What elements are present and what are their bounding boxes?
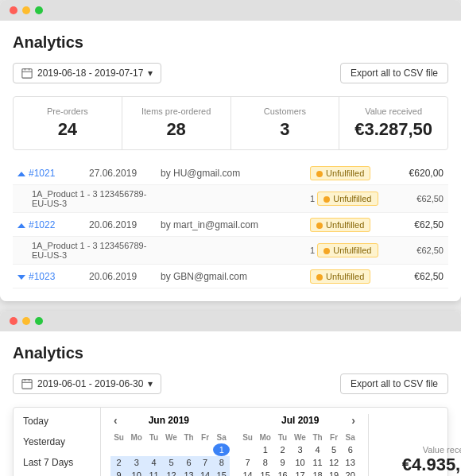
minimize-button-2[interactable] — [22, 317, 30, 325]
calendar-day[interactable]: 15 — [256, 469, 274, 476]
items-stat: Items pre-ordered 28 — [122, 97, 231, 149]
title-bar-top — [0, 0, 461, 21]
maximize-button-2[interactable] — [35, 317, 43, 325]
date-range-button-bottom[interactable]: 2019-06-01 - 2019-06-30 ▾ — [13, 373, 161, 394]
sub-item-amount: €62,50 — [416, 246, 444, 255]
calendar-day[interactable]: 9 — [274, 456, 291, 469]
minimize-button[interactable] — [22, 6, 30, 14]
close-button[interactable] — [10, 6, 17, 14]
status-badge: Unfulfilled — [310, 166, 370, 180]
sub-status-badge: Unfulfilled — [317, 243, 378, 257]
calendar-day[interactable]: 12 — [162, 469, 180, 476]
prev-month-button[interactable]: ‹ — [110, 414, 121, 427]
sub-status-badge: Unfulfilled — [317, 192, 378, 206]
order-date: 20.06.2019 — [89, 219, 137, 230]
preset-item[interactable]: Today — [14, 411, 100, 431]
page-title-bottom: Analytics — [13, 344, 448, 362]
customers-stat: Customers 3 — [231, 97, 340, 149]
calendar-day[interactable]: 14 — [239, 469, 256, 476]
preset-item[interactable]: Yesterday — [14, 431, 100, 452]
calendar-day[interactable]: 18 — [309, 469, 326, 476]
calendar-day[interactable]: 9 — [110, 469, 127, 476]
list-item: 1A_Product 1 - 3 123456789-EU-US-3 1 Unf… — [13, 237, 448, 265]
order-id[interactable]: #1023 — [17, 271, 55, 282]
value-label: Value received — [352, 106, 435, 116]
order-id[interactable]: #1022 — [17, 219, 55, 230]
calendar-day[interactable]: 8 — [213, 456, 230, 469]
calendar-day — [197, 443, 214, 456]
calendar-day[interactable]: 20 — [342, 469, 358, 476]
pre-orders-stat: Pre-orders 24 — [14, 97, 122, 149]
calendar-day[interactable]: 19 — [326, 469, 343, 476]
next-month-button[interactable]: › — [348, 414, 358, 427]
calendar-day-header: Fr — [326, 431, 343, 443]
calendar-day[interactable]: 2 — [110, 456, 127, 469]
badge-dot-icon-sub — [323, 248, 330, 254]
calendar-day[interactable]: 1 — [213, 443, 230, 456]
toolbar-top: 2019-06-18 - 2019-07-17 ▾ Export all to … — [13, 63, 448, 83]
calendar-day[interactable]: 7 — [239, 456, 256, 469]
calendar-day[interactable]: 10 — [291, 456, 309, 469]
badge-dot-icon — [316, 223, 323, 229]
calendar-day-header: We — [162, 431, 180, 443]
preset-list: TodayYesterdayLast 7 DaysLast 30 DaysThi… — [14, 408, 101, 476]
june-calendar: ‹ Jun 2019 SuMoTuWeThFrSa123456789101112… — [110, 414, 230, 476]
table-row[interactable]: #1022 20.06.2019 by mart_in@gmail.com Un… — [13, 213, 448, 237]
table-row[interactable]: #1021 27.06.2019 by HU@gmail.com Unfulfi… — [13, 161, 448, 185]
calendar-day[interactable]: 17 — [291, 469, 309, 476]
calendar-day[interactable]: 13 — [180, 469, 197, 476]
svg-rect-4 — [22, 380, 32, 389]
calendar-day[interactable]: 6 — [180, 456, 197, 469]
calendar-dropdown: TodayYesterdayLast 7 DaysLast 30 DaysThi… — [13, 407, 448, 476]
customers-label: Customers — [244, 106, 327, 116]
calendar-day[interactable]: 12 — [326, 456, 343, 469]
calendars-area: ‹ Jun 2019 SuMoTuWeThFrSa123456789101112… — [101, 408, 461, 476]
status-badge: Unfulfilled — [310, 218, 370, 232]
calendar-day[interactable]: 5 — [162, 456, 180, 469]
calendar-day[interactable]: 4 — [309, 443, 326, 456]
maximize-button[interactable] — [35, 6, 43, 14]
badge-dot-icon — [316, 274, 323, 281]
calendar-day[interactable]: 3 — [291, 443, 309, 456]
calendar-day-header: Tu — [145, 431, 162, 443]
page-title-top: Analytics — [13, 33, 448, 52]
order-date: 20.06.2019 — [89, 271, 137, 282]
calendar-icon-bottom — [21, 378, 33, 389]
export-button-top[interactable]: Export all to CSV file — [340, 63, 448, 83]
calendar-day[interactable]: 10 — [127, 469, 145, 476]
badge-dot-icon-sub — [323, 196, 330, 203]
calendar-day[interactable]: 7 — [197, 456, 214, 469]
calendar-day[interactable]: 2 — [274, 443, 291, 456]
calendar-day[interactable]: 11 — [309, 456, 326, 469]
customers-value: 3 — [244, 119, 327, 140]
calendar-day[interactable]: 5 — [326, 443, 343, 456]
order-id[interactable]: #1021 — [17, 168, 55, 179]
calendar-day[interactable]: 13 — [342, 456, 358, 469]
calendar-day[interactable]: 4 — [145, 456, 162, 469]
calendar-day[interactable]: 3 — [127, 456, 145, 469]
date-range-button-top[interactable]: 2019-06-18 - 2019-07-17 ▾ — [13, 63, 161, 83]
calendar-day[interactable]: 8 — [256, 456, 274, 469]
calendar-day-header: Mo — [256, 431, 274, 443]
calendar-day[interactable]: 6 — [342, 443, 358, 456]
preset-item[interactable]: Last 7 Days — [14, 452, 100, 473]
calendar-day[interactable]: 1 — [256, 443, 274, 456]
calendar-day[interactable]: 14 — [197, 469, 214, 476]
table-row[interactable]: #1023 20.06.2019 by GBN@gmail.com Unfulf… — [13, 265, 448, 288]
calendar-day[interactable]: 16 — [274, 469, 291, 476]
sub-item-qty: 1 — [310, 246, 315, 255]
value-stat: Value received €3.287,50 — [339, 97, 447, 149]
calendar-day — [110, 443, 127, 456]
bottom-content: Analytics 2019-06-01 - 2019-06-30 ▾ Expo… — [0, 331, 461, 476]
calendar-day[interactable]: 11 — [145, 469, 162, 476]
june-month-label: Jun 2019 — [149, 415, 189, 426]
calendar-icon-top — [21, 68, 33, 79]
stats-row-top: Pre-orders 24 Items pre-ordered 28 Custo… — [13, 96, 448, 150]
calendar-day[interactable]: 15 — [213, 469, 230, 476]
july-header: Jul 2019 › — [239, 414, 358, 427]
close-button-2[interactable] — [10, 317, 17, 325]
sub-item-sku: 1A_Product 1 - 3 123456789-EU-US-3 — [32, 189, 146, 208]
bottom-window: Analytics 2019-06-01 - 2019-06-30 ▾ Expo… — [0, 311, 461, 476]
export-button-bottom[interactable]: Export all to CSV file — [340, 373, 448, 394]
preset-item[interactable]: Last 30 Days — [14, 473, 100, 476]
